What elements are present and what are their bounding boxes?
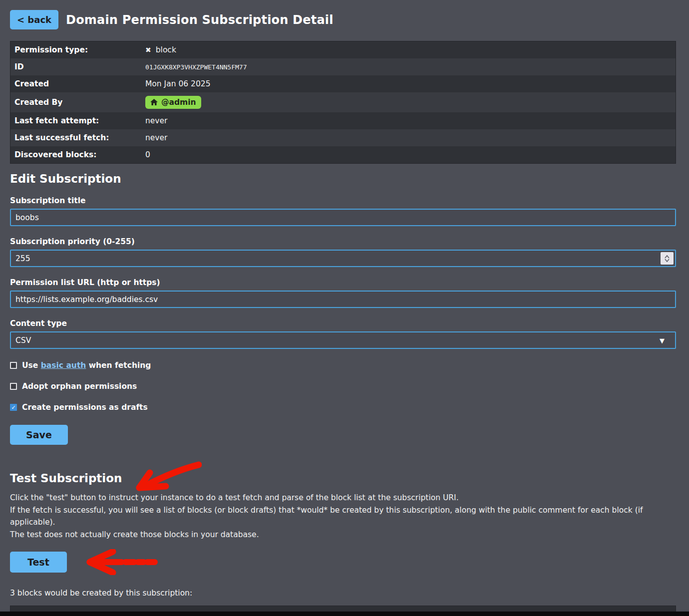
created-date-value: Mon Jan 06 2025 (145, 79, 211, 88)
page-title: Domain Permission Subscription Detail (66, 13, 334, 27)
basic-auth-link[interactable]: basic auth (41, 361, 86, 370)
subscription-title-label: Subscription title (10, 196, 676, 205)
test-result-summary: 3 blocks would be created by this subscr… (10, 589, 676, 598)
test-button[interactable]: Test (10, 552, 67, 573)
block-x-icon: ✖ (145, 46, 151, 54)
test-subscription-section: Test Subscription Click the "test" butto… (10, 454, 676, 616)
test-subscription-heading: Test Subscription (10, 472, 122, 485)
adopt-orphans-checkbox-label: Adopt orphan permissions (22, 382, 137, 391)
row-label: Created (14, 79, 145, 88)
page-bottom-edge (0, 612, 689, 616)
back-button[interactable]: < back (10, 10, 58, 29)
adopt-orphans-checkbox-row: Adopt orphan permissions (10, 382, 676, 391)
number-spinner[interactable] (661, 252, 674, 265)
last-fetch-attempt-value: never (145, 116, 167, 125)
row-label: Last fetch attempt: (14, 116, 145, 125)
save-button[interactable]: Save (10, 425, 68, 445)
row-label: ID (14, 62, 145, 71)
discovered-blocks-value: 0 (145, 150, 150, 159)
last-successful-fetch-value: never (145, 133, 167, 142)
row-value: @admin (145, 96, 201, 109)
subscription-id-value: 01JGXK8XP3VHXZPWET4NN5FM77 (145, 63, 247, 71)
subscription-priority-input[interactable] (10, 250, 676, 267)
create-drafts-checkbox-label: Create permissions as drafts (22, 403, 148, 412)
table-row: Last successful fetch: never (10, 129, 676, 146)
table-row: Created By @admin (10, 92, 676, 112)
red-arrow-annotation (84, 549, 160, 575)
subscription-priority-label: Subscription priority (0-255) (10, 237, 676, 246)
create-drafts-checkbox-row: ✓ Create permissions as drafts (10, 403, 676, 412)
test-description: Click the "test" button to instruct your… (10, 492, 676, 541)
content-type-selected-value: CSV (15, 336, 31, 345)
page-header: < back Domain Permission Subscription De… (10, 10, 676, 29)
permission-list-url-input[interactable] (10, 291, 676, 308)
row-value: ✖ block (145, 45, 176, 54)
chevron-down-icon: ▼ (660, 337, 665, 344)
create-drafts-checkbox[interactable]: ✓ (10, 404, 17, 411)
content-type-select[interactable]: CSV ▼ (10, 331, 676, 349)
content-type-label: Content type (10, 319, 676, 328)
table-row: Created Mon Jan 06 2025 (10, 75, 676, 92)
table-row: Last fetch attempt: never (10, 112, 676, 129)
domain-permission-subscription-detail-page: < back Domain Permission Subscription De… (0, 0, 689, 616)
table-row: Discovered blocks: 0 (10, 146, 676, 163)
basic-auth-checkbox[interactable] (10, 362, 17, 369)
adopt-orphans-checkbox[interactable] (10, 383, 17, 390)
permission-list-url-label: Permission list URL (http or https) (10, 278, 676, 287)
created-by-admin-badge[interactable]: @admin (145, 96, 201, 109)
spinner-up-icon[interactable] (665, 255, 670, 259)
subscription-priority-field (10, 250, 676, 267)
table-row: ID 01JGXK8XP3VHXZPWET4NN5FM77 (10, 58, 676, 75)
red-arrow-annotation (129, 461, 202, 492)
subscription-detail-table: Permission type: ✖ block ID 01JGXK8XP3VH… (10, 41, 676, 164)
spinner-down-icon[interactable] (665, 259, 670, 262)
subscription-title-input[interactable] (10, 209, 676, 226)
basic-auth-checkbox-row: Use basic auth when fetching (10, 361, 676, 370)
row-label: Last successful fetch: (14, 133, 145, 142)
row-label: Created By (14, 98, 145, 107)
table-row: Permission type: ✖ block (10, 41, 676, 58)
edit-subscription-heading: Edit Subscription (10, 172, 676, 185)
permission-type-value: block (156, 45, 176, 54)
home-icon (150, 99, 158, 106)
basic-auth-checkbox-label: Use basic auth when fetching (22, 361, 151, 370)
created-by-username: @admin (161, 98, 196, 107)
row-label: Permission type: (14, 45, 145, 54)
row-label: Discovered blocks: (14, 150, 145, 159)
